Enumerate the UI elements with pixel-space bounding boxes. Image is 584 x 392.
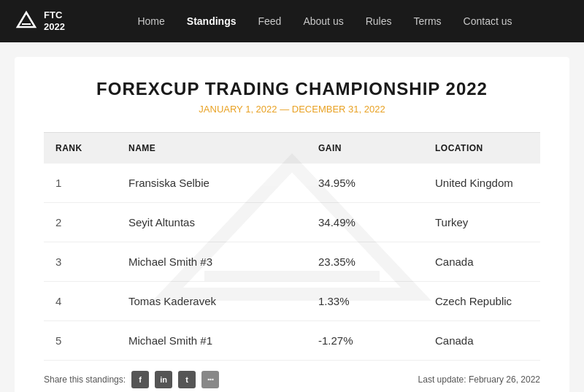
cell-location: Turkey <box>423 203 540 242</box>
nav-terms[interactable]: Terms <box>404 11 450 31</box>
nav-standings[interactable]: Standings <box>178 11 245 31</box>
col-name: NAME <box>117 133 307 164</box>
cell-gain: -1.27% <box>307 321 423 361</box>
cell-gain: 34.95% <box>307 164 423 203</box>
nav-feed[interactable]: Feed <box>249 11 290 31</box>
logo-text: FTC 2022 <box>44 9 65 32</box>
twitter-icon[interactable]: t <box>178 371 196 388</box>
table-row: 3 Michael Smith #3 23.35% Canada <box>44 242 540 282</box>
more-icon[interactable]: ··· <box>201 371 219 388</box>
facebook-icon[interactable]: f <box>131 371 149 388</box>
table-row: 5 Michael Smith #1 -1.27% Canada <box>44 321 540 361</box>
linkedin-icon[interactable]: in <box>155 371 172 388</box>
col-rank: RANK <box>44 133 117 164</box>
nav-about[interactable]: About us <box>294 11 352 31</box>
last-update: Last update: February 26, 2022 <box>418 374 540 385</box>
logo: FTC 2022 <box>15 9 80 33</box>
cell-rank: 4 <box>44 282 117 321</box>
cell-name: Michael Smith #3 <box>117 242 307 282</box>
table-row: 1 Fransiska Selbie 34.95% United Kingdom <box>44 164 540 203</box>
cell-rank: 1 <box>44 164 117 203</box>
cell-name: Tomas Kaderavek <box>117 282 307 321</box>
cell-rank: 5 <box>44 321 117 361</box>
cell-location: United Kingdom <box>423 164 540 203</box>
cell-location: Canada <box>423 321 540 361</box>
cell-name: Seyit Altuntas <box>117 203 307 242</box>
cell-rank: 2 <box>44 203 117 242</box>
nav-contact[interactable]: Contact us <box>455 11 521 31</box>
nav-home[interactable]: Home <box>128 11 173 31</box>
share-area: Share this standings: f in t ··· <box>44 371 219 388</box>
col-gain: GAIN <box>307 133 423 164</box>
cell-gain: 23.35% <box>307 242 423 282</box>
standings-table: RANK NAME GAIN LOCATION 1 Fransiska Selb… <box>44 133 540 361</box>
cell-rank: 3 <box>44 242 117 282</box>
main-content: FOREXCUP TRADING CHAMPIONSHIP 2022 JANUA… <box>15 57 569 392</box>
table-header-row: RANK NAME GAIN LOCATION <box>44 133 540 164</box>
share-label: Share this standings: <box>44 374 126 385</box>
cell-gain: 1.33% <box>307 282 423 321</box>
cell-name: Fransiska Selbie <box>117 164 307 203</box>
footer-area: Share this standings: f in t ··· Last up… <box>44 361 540 388</box>
cell-location: Canada <box>423 242 540 282</box>
table-row: 4 Tomas Kaderavek 1.33% Czech Republic <box>44 282 540 321</box>
cell-name: Michael Smith #1 <box>117 321 307 361</box>
cell-gain: 34.49% <box>307 203 423 242</box>
logo-icon <box>15 9 38 33</box>
main-nav: Home Standings Feed About us Rules Terms… <box>80 11 569 31</box>
date-range: JANUARY 1, 2022 — DECEMBER 31, 2022 <box>44 104 540 115</box>
col-location: LOCATION <box>423 133 540 164</box>
page-title: FOREXCUP TRADING CHAMPIONSHIP 2022 <box>44 79 540 99</box>
cell-location: Czech Republic <box>423 282 540 321</box>
site-header: FTC 2022 Home Standings Feed About us Ru… <box>0 0 584 42</box>
nav-rules[interactable]: Rules <box>357 11 401 31</box>
table-row: 2 Seyit Altuntas 34.49% Turkey <box>44 203 540 242</box>
